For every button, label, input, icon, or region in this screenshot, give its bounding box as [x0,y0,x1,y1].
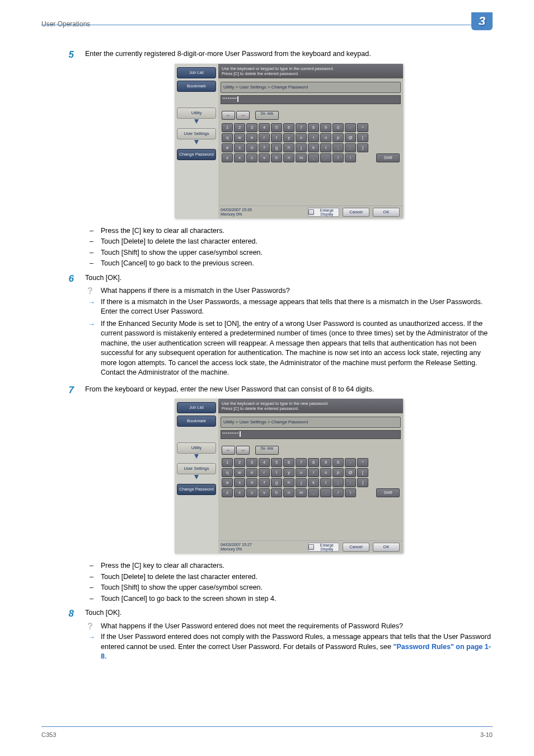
key-:[interactable]: : [345,478,356,487]
key-,[interactable]: , [308,153,319,162]
onscreen-keyboard[interactable]: ← → De- lete 1234567890-^ qwertyuiop@[ a… [218,108,403,167]
key--[interactable]: - [345,458,356,467]
key-y[interactable]: y [283,468,294,477]
key-.[interactable]: . [320,488,331,497]
key-2[interactable]: 2 [234,458,245,467]
key-j[interactable]: j [296,143,307,152]
key-n[interactable]: n [283,153,294,162]
key-][interactable]: ] [357,478,368,487]
key-2[interactable]: 2 [234,123,245,132]
key-v[interactable]: v [259,153,270,162]
key-o[interactable]: o [320,468,331,477]
key-x[interactable]: x [234,153,245,162]
key-l[interactable]: l [320,143,331,152]
bookmark-button[interactable]: Bookmark [177,416,216,427]
key-5[interactable]: 5 [271,123,282,132]
key-s[interactable]: s [234,143,245,152]
key-;[interactable]: ; [332,478,344,487]
delete-key[interactable]: De- lete [255,111,279,120]
arrow-left-key[interactable]: ← [222,111,235,120]
onscreen-keyboard[interactable]: ← → De- lete 1234567890-^ qwertyuiop@[ a… [218,442,403,502]
key-6[interactable]: 6 [283,458,294,467]
delete-key[interactable]: De- lete [255,446,279,455]
key--[interactable]: - [345,123,356,132]
key-p[interactable]: p [332,468,344,477]
key-[[interactable]: [ [357,468,368,477]
key-f[interactable]: f [259,478,270,487]
ok-button[interactable]: OK [373,543,400,552]
key-6[interactable]: 6 [283,123,294,132]
key-u[interactable]: u [296,133,307,142]
ok-button[interactable]: OK [373,208,400,217]
arrow-right-key[interactable]: → [236,111,250,120]
key-e[interactable]: e [246,133,257,142]
key-n[interactable]: n [283,488,294,497]
arrow-left-key[interactable]: ← [222,446,235,455]
key-v[interactable]: v [259,488,270,497]
arrow-right-key[interactable]: → [236,446,250,455]
key-@[interactable]: @ [345,133,356,142]
crumb-user-settings[interactable]: User Settings [177,128,216,139]
key-^[interactable]: ^ [357,123,368,132]
key-/[interactable]: / [332,153,344,162]
key-y[interactable]: y [283,133,294,142]
crumb-change-password[interactable]: Change Password [177,484,216,495]
key-5[interactable]: 5 [271,458,282,467]
key-b[interactable]: b [271,488,282,497]
cancel-button[interactable]: Cancel [343,543,369,552]
key-x[interactable]: x [234,488,245,497]
key-k[interactable]: k [308,143,319,152]
key-e[interactable]: e [246,468,257,477]
crumb-utility[interactable]: Utility [177,108,216,119]
key-h[interactable]: h [283,143,294,152]
key-u[interactable]: u [296,468,307,477]
key-m[interactable]: m [296,153,307,162]
key-9[interactable]: 9 [320,123,331,132]
key-w[interactable]: w [234,468,245,477]
key-8[interactable]: 8 [308,123,319,132]
key-z[interactable]: z [222,488,233,497]
key-7[interactable]: 7 [296,458,307,467]
key-^[interactable]: ^ [357,458,368,467]
key-g[interactable]: g [271,143,282,152]
key-i[interactable]: i [308,133,319,142]
key-r[interactable]: r [259,468,270,477]
key-d[interactable]: d [246,478,257,487]
key-4[interactable]: 4 [259,123,270,132]
key-1[interactable]: 1 [222,123,233,132]
key-\[interactable]: \ [345,153,356,162]
key-@[interactable]: @ [345,468,356,477]
enlarge-display-button[interactable]: Enlarge Display [308,208,339,217]
key-o[interactable]: o [320,133,331,142]
shift-key[interactable]: Shift [376,488,400,497]
key-r[interactable]: r [259,133,270,142]
key-t[interactable]: t [271,468,282,477]
key-s[interactable]: s [234,478,245,487]
key-c[interactable]: c [246,488,257,497]
key-a[interactable]: a [222,143,233,152]
key-c[interactable]: c [246,153,257,162]
cancel-button[interactable]: Cancel [343,208,369,217]
key-k[interactable]: k [308,478,319,487]
key-3[interactable]: 3 [246,458,257,467]
crumb-change-password[interactable]: Change Password [177,149,216,160]
key-;[interactable]: ; [332,143,344,152]
key-.[interactable]: . [320,153,331,162]
key-w[interactable]: w [234,133,245,142]
key-q[interactable]: q [222,133,233,142]
key-9[interactable]: 9 [320,458,331,467]
bookmark-button[interactable]: Bookmark [177,81,216,92]
key-\[interactable]: \ [345,488,356,497]
password-input[interactable]: ******** [221,95,401,104]
key-8[interactable]: 8 [308,458,319,467]
crumb-user-settings[interactable]: User Settings [177,463,216,474]
key-[[interactable]: [ [357,133,368,142]
job-list-button[interactable]: Job List [177,67,216,78]
key-l[interactable]: l [320,478,331,487]
key-f[interactable]: f [259,143,270,152]
job-list-button[interactable]: Job List [177,402,216,413]
key-3[interactable]: 3 [246,123,257,132]
password-input[interactable]: ********* [221,430,401,439]
enlarge-display-button[interactable]: Enlarge Display [308,543,339,552]
key-7[interactable]: 7 [296,123,307,132]
